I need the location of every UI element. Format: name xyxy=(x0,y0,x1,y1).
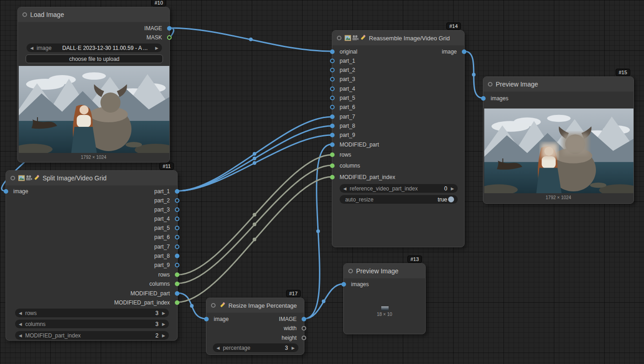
stepper-right-arrow-icon[interactable]: ▶ xyxy=(292,346,295,350)
part9-input-pin[interactable] xyxy=(330,133,335,137)
stepper-left-arrow-icon[interactable]: ◀ xyxy=(19,322,22,326)
node-id-badge: #17 xyxy=(286,290,301,297)
part8-input-pin[interactable] xyxy=(330,124,335,128)
part3-input-pin[interactable] xyxy=(330,77,335,81)
wire-image-to-original xyxy=(170,28,332,51)
modified-part-index-output-pin[interactable] xyxy=(175,300,179,305)
part5-input-pin[interactable] xyxy=(330,96,335,100)
part2-output-pin[interactable] xyxy=(175,198,179,203)
part6-output-pin[interactable] xyxy=(175,235,179,239)
wire-modifiedpart-to-resize xyxy=(178,293,206,319)
image-output-pin[interactable] xyxy=(302,317,306,321)
node-title-bar[interactable]: Preview Image xyxy=(483,77,633,92)
columns-input-pin[interactable] xyxy=(330,163,335,168)
reference-video-part-index-widget[interactable]: ◀ reference_video_part_index 0 ▶ xyxy=(340,184,458,193)
images-input-pin[interactable] xyxy=(341,282,346,287)
part9-output-pin[interactable] xyxy=(175,263,179,267)
collapse-dot[interactable] xyxy=(337,36,341,40)
rows-input-pin[interactable] xyxy=(330,152,335,157)
node-graph-canvas[interactable]: #10 Load Image IMAGE MASK ◀ image DALL·E… xyxy=(0,0,644,364)
combo-left-arrow-icon[interactable]: ◀ xyxy=(30,46,33,50)
part3-output-pin[interactable] xyxy=(175,207,179,212)
wire-part1-to-part8 xyxy=(178,126,332,191)
width-output-pin[interactable] xyxy=(302,326,306,331)
stepper-left-arrow-icon[interactable]: ◀ xyxy=(19,333,22,338)
collapse-dot[interactable] xyxy=(11,176,15,180)
image-dimensions: 1792 × 1024 xyxy=(483,195,633,200)
wire-part1-to-part7 xyxy=(178,117,332,191)
part8-output-pin[interactable] xyxy=(175,254,179,258)
node-split-grid[interactable]: #11 Split Image/Video Grid image part_1 … xyxy=(5,170,178,341)
node-title-bar[interactable]: Split Image/Video Grid xyxy=(6,171,177,185)
wire-resize-to-modifiedpart xyxy=(304,144,332,319)
part4-output-pin[interactable] xyxy=(175,217,179,221)
preview-thumbnail[interactable] xyxy=(381,306,389,311)
combo-right-arrow-icon[interactable]: ▶ xyxy=(155,46,158,50)
loaded-image-preview[interactable] xyxy=(19,66,169,153)
modified-part-input-pin[interactable] xyxy=(330,142,335,147)
columns-widget[interactable]: ◀ columns 3 ▶ xyxy=(15,320,169,328)
part1-output-pin[interactable] xyxy=(175,189,179,194)
percentage-widget[interactable]: ◀ percentage 3 ▶ xyxy=(213,343,298,352)
node-id-badge: #14 xyxy=(446,22,461,30)
video-icon xyxy=(352,35,358,41)
output-slot-image: IMAGE xyxy=(18,24,169,33)
stepper-left-arrow-icon[interactable]: ◀ xyxy=(19,311,22,315)
part2-input-pin[interactable] xyxy=(330,68,335,72)
columns-output-pin[interactable] xyxy=(175,282,179,286)
original-input-pin[interactable] xyxy=(330,49,335,54)
node-id-badge: #11 xyxy=(159,163,174,170)
auto-resize-toggle[interactable]: auto_resize true xyxy=(340,195,458,204)
part4-input-pin[interactable] xyxy=(330,87,335,91)
node-title-bar[interactable]: Preview Image xyxy=(344,264,425,278)
stepper-left-arrow-icon[interactable]: ◀ xyxy=(343,186,346,191)
image-output-pin[interactable] xyxy=(167,26,172,31)
pencil-icon xyxy=(359,35,366,41)
node-title-bar[interactable]: Load Image xyxy=(18,7,169,22)
node-title: Split Image/Video Grid xyxy=(43,174,107,182)
node-reassemble-grid[interactable]: #14 Reassemble Image/Video Grid image or… xyxy=(332,30,465,247)
part7-output-pin[interactable] xyxy=(175,244,179,249)
stepper-right-arrow-icon[interactable]: ▶ xyxy=(162,322,165,326)
part1-input-pin[interactable] xyxy=(330,59,335,63)
collapse-dot[interactable] xyxy=(22,12,27,17)
node-resize-percentage[interactable]: #17 Resize Image Percentage image IMAGE … xyxy=(206,298,304,355)
node-preview-image-large[interactable]: #15 Preview Image images 1792 × 1024 xyxy=(483,76,634,204)
part6-input-pin[interactable] xyxy=(330,105,335,109)
rows-output-pin[interactable] xyxy=(175,272,179,277)
stepper-left-arrow-icon[interactable]: ◀ xyxy=(216,346,220,350)
part7-input-pin[interactable] xyxy=(330,114,335,119)
wire-columns xyxy=(178,165,332,283)
choose-file-button[interactable]: choose file to upload xyxy=(26,54,163,63)
collapse-dot[interactable] xyxy=(348,269,353,273)
image-dimensions: 18 × 10 xyxy=(344,312,425,317)
toggle-knob[interactable] xyxy=(448,196,454,202)
node-title-bar[interactable]: Resize Image Percentage xyxy=(206,298,304,313)
modified-part-index-widget[interactable]: ◀ MODIFIED_part_index 2 ▶ xyxy=(15,331,169,340)
modified-part-output-pin[interactable] xyxy=(175,291,179,296)
node-id-badge: #10 xyxy=(152,0,166,6)
image-combo-widget[interactable]: ◀ image DALL·E 2023-12-30 11.00.59 - A .… xyxy=(27,43,162,52)
rows-widget[interactable]: ◀ rows 3 ▶ xyxy=(15,309,169,317)
modified-part-index-input-pin[interactable] xyxy=(330,175,335,179)
node-title-bar[interactable]: Reassemble Image/Video Grid xyxy=(332,31,464,45)
part5-output-pin[interactable] xyxy=(175,226,179,230)
stepper-right-arrow-icon[interactable]: ▶ xyxy=(162,333,165,338)
image-icon xyxy=(345,35,351,41)
stepper-right-arrow-icon[interactable]: ▶ xyxy=(162,311,165,315)
height-output-pin[interactable] xyxy=(302,336,306,340)
node-preview-image-small[interactable]: #13 Preview Image images 18 × 10 xyxy=(343,263,426,334)
collapse-dot[interactable] xyxy=(211,303,216,308)
preview-image[interactable] xyxy=(484,109,633,193)
mask-output-pin[interactable] xyxy=(167,35,172,40)
image-icon xyxy=(18,175,25,181)
wire-resize-to-preview13 xyxy=(304,284,343,319)
images-input-pin[interactable] xyxy=(481,96,486,101)
node-title: Load Image xyxy=(30,11,64,18)
stepper-right-arrow-icon[interactable]: ▶ xyxy=(451,186,454,191)
pencil-icon xyxy=(33,175,39,181)
node-title: Preview Image xyxy=(356,267,399,275)
collapse-dot[interactable] xyxy=(488,82,492,87)
node-load-image[interactable]: #10 Load Image IMAGE MASK ◀ image DALL·E… xyxy=(17,7,170,163)
wire-part1-to-part9 xyxy=(178,135,332,191)
